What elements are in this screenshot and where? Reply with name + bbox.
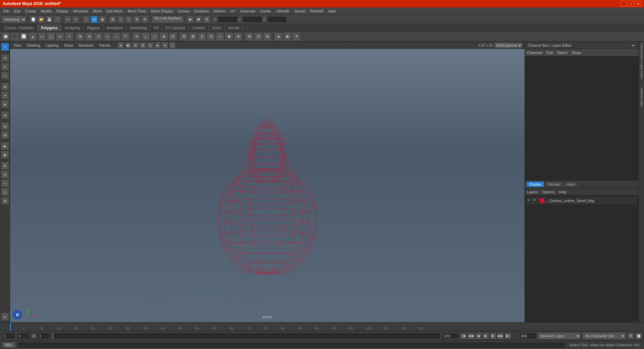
poke-btn[interactable]: ◆ [225, 32, 233, 41]
menu-edit-mesh[interactable]: Edit Mesh [105, 8, 125, 14]
triangulate-btn[interactable]: △ [141, 32, 150, 41]
next-frame-btn[interactable]: ▶ [490, 333, 496, 339]
wedge-btn[interactable]: ◇ [216, 32, 224, 41]
layer-vis-v[interactable]: V [528, 198, 532, 203]
cb-edit[interactable]: Edit [546, 51, 553, 55]
rsb-channel-box[interactable]: Channel Box / Layer Editor [640, 43, 643, 79]
menu-3dtall[interactable]: -3DtoAll- [273, 8, 292, 14]
cylinder-icon-btn[interactable]: ⬜ [19, 32, 28, 41]
sculpt-btn[interactable]: ✦ [1, 91, 9, 99]
separate-icon-btn[interactable]: ⊘ [85, 32, 94, 41]
end-playback-input[interactable] [519, 333, 536, 339]
anim-layer-select[interactable]: No Anim Layer [537, 332, 581, 340]
paint-btn[interactable]: ◉ [99, 16, 106, 23]
torus-icon-btn[interactable]: ◯ [47, 32, 55, 41]
append-poly-btn[interactable]: ⊡ [198, 32, 206, 41]
cube-icon-btn[interactable]: ⬛ [10, 32, 19, 41]
snap-grid-btn[interactable]: ⊞ [109, 16, 116, 23]
display-settings-btn[interactable]: ⚙ [1, 162, 9, 170]
vp-isolate-btn[interactable]: ◯ [169, 42, 176, 49]
go-end-btn[interactable]: ▶| [504, 333, 511, 339]
vp-menu-view[interactable]: View [12, 43, 23, 48]
snap-point-btn[interactable]: ⊹ [125, 16, 132, 23]
cone-icon-btn[interactable]: ▲ [29, 32, 37, 41]
layer-nav-options[interactable]: Options [542, 190, 555, 194]
extrude-btn[interactable]: ⊞ [179, 32, 188, 41]
connect-btn[interactable]: ⊕ [234, 32, 243, 41]
rsb-attribute-editor[interactable]: Attribute Editor [640, 87, 643, 107]
helix-icon-btn[interactable]: ∿ [65, 32, 73, 41]
maximize-button[interactable]: □ [628, 1, 634, 7]
trax-editor-btn[interactable]: ⊞ [1, 197, 9, 205]
rotate-tool-btn[interactable]: ↻ [1, 63, 9, 71]
tab-polygons[interactable]: Polygons [38, 24, 61, 31]
tab-rigging[interactable]: Rigging [84, 24, 103, 31]
select-btn[interactable]: ⬚ [83, 16, 90, 23]
snap-view-btn[interactable]: ⊛ [141, 16, 149, 23]
vp-menu-show[interactable]: Show [63, 43, 75, 48]
vp-menu-shading[interactable]: Shading [25, 43, 42, 48]
render-settings-btn[interactable]: ⚙ [203, 16, 210, 23]
paint-sel-btn[interactable]: ✦ [292, 32, 301, 41]
start-frame-input[interactable] [2, 333, 15, 339]
plane-icon-btn[interactable]: ▭ [38, 32, 46, 41]
key-frame-input[interactable] [38, 333, 51, 339]
vp-display-mode-btn3[interactable]: ⊟ [132, 42, 139, 49]
open-btn[interactable]: 📂 [38, 16, 45, 23]
rp-expand-btn[interactable]: ◂ [631, 43, 633, 47]
close-button[interactable]: × [635, 1, 641, 7]
menu-help[interactable]: Help [326, 8, 338, 14]
viewport[interactable]: View Shading Lighting Show Renderer Pane… [10, 42, 525, 322]
tab-rendering[interactable]: Rendering [126, 24, 151, 31]
preferences-btn[interactable]: ⚙ [627, 333, 634, 339]
vp-colorspace-select[interactable]: sRGB gamma [494, 42, 523, 48]
quadrangulate-btn[interactable]: □ [150, 32, 159, 41]
x-coord-input[interactable] [218, 16, 238, 23]
layer-editor-btn[interactable]: ⊡ [1, 170, 9, 179]
tab-fx[interactable]: FX [151, 24, 162, 31]
menu-mesh-tools[interactable]: Mesh Tools [126, 8, 148, 14]
tab-sculpting[interactable]: Sculpting [61, 24, 84, 31]
layer-row[interactable]: V P ....Everlast_Leather_Speed_Bag [526, 197, 637, 204]
select-tool-btn[interactable]: ↖ [1, 43, 9, 51]
autokey-btn[interactable]: ⬤ [635, 333, 642, 339]
mel-label[interactable]: MEL [2, 342, 16, 348]
uv-icon-btn2[interactable]: ⊟ [254, 32, 263, 41]
smooth-icon-btn[interactable]: ≋ [132, 32, 141, 41]
character-set-select[interactable]: No Character Set [582, 332, 626, 340]
render-region-btn[interactable]: ▶ [1, 142, 9, 150]
show-manip-btn[interactable]: ⊞ [1, 111, 9, 119]
save-btn[interactable]: 💾 [46, 16, 53, 23]
minimize-button[interactable]: _ [621, 1, 627, 7]
menu-edit[interactable]: Edit [12, 8, 22, 14]
ipr-btn[interactable]: ⏺ [195, 16, 202, 23]
menu-generate[interactable]: Generate [238, 8, 258, 14]
cb-show[interactable]: Show [572, 51, 581, 55]
vp-menu-renderer[interactable]: Renderer [77, 43, 95, 48]
menu-modify[interactable]: Modify [39, 8, 54, 14]
uv-icon-btn3[interactable]: ⊠ [263, 32, 272, 41]
tab-fx-caching[interactable]: FX Caching [162, 24, 189, 31]
redo-btn[interactable]: ↪ [72, 16, 79, 23]
cb-object[interactable]: Object [557, 51, 568, 55]
vp-display-mode-btn4[interactable]: ⊠ [140, 42, 146, 49]
vp-menu-lighting[interactable]: Lighting [44, 43, 60, 48]
save-scene-btn[interactable]: ▫ [54, 16, 61, 23]
menu-redshift[interactable]: Redshift [308, 8, 325, 14]
no-live-surface-btn[interactable]: No Live Surface [152, 16, 184, 23]
vp-display-mode-btn5[interactable]: ⊡ [147, 42, 154, 49]
menu-mesh[interactable]: Mesh [91, 8, 104, 14]
menu-deform[interactable]: Deform [211, 8, 227, 14]
boolean-diff-btn[interactable]: ∩ [112, 32, 121, 41]
menu-arnold[interactable]: Arnold [292, 8, 307, 14]
bevel-btn[interactable]: ⊟ [207, 32, 215, 41]
command-input[interactable] [17, 342, 566, 348]
dope-sheet-btn[interactable]: ◫ [1, 188, 9, 196]
scale-tool-btn[interactable]: ⤡ [1, 71, 9, 80]
snap-align-btn[interactable]: ⊠ [1, 131, 9, 139]
rb-tab-render[interactable]: Render [545, 181, 563, 187]
graph-editor-btn[interactable]: ∿ [1, 179, 9, 187]
snap-curve-btn[interactable]: ∿ [117, 16, 124, 23]
timeline-scrubber[interactable] [52, 333, 441, 339]
vp-wireframe-btn[interactable]: ◈ [154, 42, 161, 49]
